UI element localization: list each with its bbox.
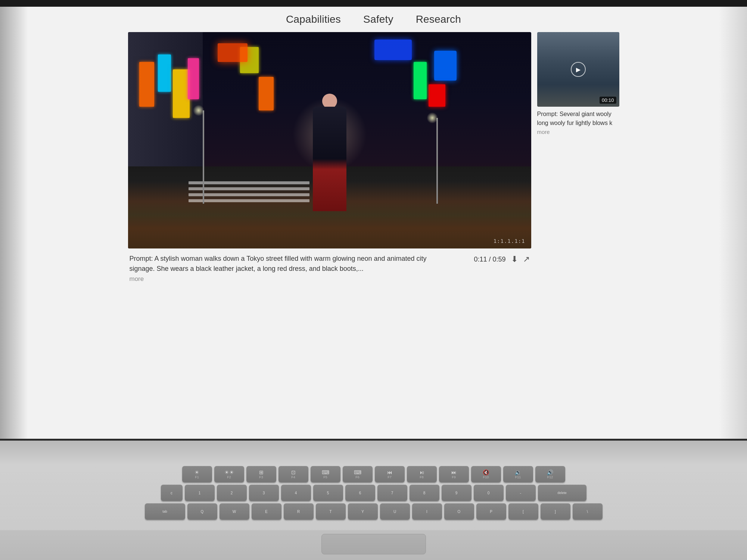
share-icon[interactable]: ↗ — [523, 254, 530, 264]
key-f7[interactable]: ⏮ F7 — [375, 466, 405, 482]
more-link[interactable]: more — [130, 275, 144, 282]
key-y[interactable]: Y — [348, 503, 378, 520]
key-w[interactable]: W — [220, 503, 249, 520]
key-num4[interactable]: 4 — [281, 485, 311, 501]
neon-sign-5 — [434, 51, 457, 81]
preview-more-link[interactable]: more — [537, 129, 550, 135]
key-f1[interactable]: ☀ F1 — [182, 466, 212, 482]
nav-capabilities[interactable]: Capabilities — [286, 13, 341, 25]
woman-figure — [313, 107, 346, 211]
preview-desc-text: Prompt: Several giant wooly long wooly f… — [537, 111, 613, 126]
left-edge-shadow — [0, 0, 28, 450]
palm-rest — [0, 530, 747, 560]
key-num0[interactable]: 0 — [474, 485, 504, 501]
key-num5[interactable]: 5 — [313, 485, 343, 501]
download-icon[interactable]: ⬇ — [511, 254, 518, 264]
time-display: 0:11 / 0:59 — [474, 256, 505, 263]
trackpad[interactable] — [321, 534, 426, 554]
key-e[interactable]: E — [252, 503, 281, 520]
neon-sign-4 — [188, 58, 199, 99]
neon-blue-sign — [374, 40, 412, 60]
key-f5[interactable]: ⌨ F5 — [311, 466, 340, 482]
right-preview: ▶ 00:10 Prompt: Several giant wooly long… — [537, 32, 619, 137]
preview-thumbnail[interactable]: ▶ 00:10 — [537, 32, 619, 107]
laptop-body: ☀ F1 ☀☀ F2 ⊞ F3 ⊡ F4 ⌨ F5 ⌨ F6 — [0, 441, 747, 560]
neon-sign-2 — [158, 54, 171, 92]
woman-body — [313, 107, 346, 211]
key-num7[interactable]: 7 — [377, 485, 407, 501]
video-description: Prompt: A stylish woman walks down a Tok… — [130, 254, 428, 284]
preview-description: Prompt: Several giant wooly long wooly f… — [537, 110, 619, 137]
description-text: Prompt: A stylish woman walks down a Tok… — [130, 255, 427, 272]
key-f9[interactable]: ⏭ F9 — [439, 466, 469, 482]
timestamp-overlay: 1:1.1.1:1 — [494, 238, 525, 244]
neon-sign-3 — [173, 69, 190, 118]
nav-safety[interactable]: Safety — [363, 13, 393, 25]
key-delete[interactable]: delete — [538, 485, 586, 501]
key-f2[interactable]: ☀☀ F2 — [214, 466, 244, 482]
preview-play-button[interactable]: ▶ — [571, 62, 586, 77]
key-c[interactable]: c — [161, 485, 183, 501]
key-bracket-r[interactable]: ] — [541, 503, 570, 520]
key-num3[interactable]: 3 — [249, 485, 279, 501]
key-num6[interactable]: 6 — [345, 485, 375, 501]
lamppost-left — [203, 110, 204, 204]
key-num9[interactable]: 9 — [442, 485, 471, 501]
key-f12[interactable]: 🔊 F12 — [535, 466, 565, 482]
keyboard-area: ☀ F1 ☀☀ F2 ⊞ F3 ⊡ F4 ⌨ F5 ⌨ F6 — [112, 456, 635, 530]
key-i[interactable]: I — [412, 503, 442, 520]
neon-sign-6 — [429, 84, 445, 107]
key-r[interactable]: R — [284, 503, 314, 520]
crosswalk — [189, 181, 309, 204]
key-backslash[interactable]: \ — [573, 503, 603, 520]
key-f6[interactable]: ⌨ F6 — [343, 466, 373, 482]
key-t[interactable]: T — [316, 503, 346, 520]
key-num8[interactable]: 8 — [410, 485, 439, 501]
key-f4[interactable]: ⊡ F4 — [278, 466, 308, 482]
key-f8[interactable]: ⏯ F8 — [407, 466, 437, 482]
key-num1[interactable]: 1 — [185, 485, 215, 501]
key-dash[interactable]: - — [506, 485, 536, 501]
video-scene: 1:1.1.1:1 — [128, 32, 531, 248]
video-info-bar: Prompt: A stylish woman walks down a Tok… — [128, 248, 531, 286]
key-o[interactable]: O — [444, 503, 474, 520]
preview-duration-badge: 00:10 — [600, 97, 616, 104]
neon-orange-sign — [218, 43, 248, 62]
nav-research[interactable]: Research — [416, 13, 461, 25]
neon-sign-9 — [259, 77, 274, 110]
right-edge-light — [719, 0, 747, 450]
key-row-1: c 1 2 3 4 5 6 7 8 9 0 - delete — [161, 485, 586, 501]
key-q[interactable]: Q — [187, 503, 217, 520]
video-player[interactable]: 1:1.1.1:1 — [128, 32, 531, 248]
key-f10[interactable]: 🔇 F10 — [471, 466, 501, 482]
key-bracket-l[interactable]: [ — [508, 503, 538, 520]
key-num2[interactable]: 2 — [217, 485, 247, 501]
content-area: 1:1.1.1:1 Prompt: A stylish woman walks … — [0, 32, 747, 441]
laptop-screen: Capabilities Safety Research — [0, 0, 747, 441]
key-f11[interactable]: 🔉 F11 — [503, 466, 533, 482]
video-controls: 0:11 / 0:59 ⬇ ↗ — [474, 254, 529, 264]
screen-top-bezel — [0, 0, 747, 7]
function-key-row: ☀ F1 ☀☀ F2 ⊞ F3 ⊡ F4 ⌨ F5 ⌨ F6 — [182, 466, 565, 482]
key-tab[interactable]: tab — [145, 503, 185, 520]
video-container: 1:1.1.1:1 Prompt: A stylish woman walks … — [128, 32, 531, 286]
key-f3[interactable]: ⊞ F3 — [246, 466, 276, 482]
lamppost-right — [436, 118, 438, 204]
key-u[interactable]: U — [380, 503, 410, 520]
neon-sign-7 — [414, 62, 427, 99]
neon-sign-1 — [139, 62, 154, 107]
key-row-2: tab Q W E R T Y U I O P [ ] \ — [145, 503, 603, 520]
navigation-bar: Capabilities Safety Research — [0, 3, 747, 32]
woman-head — [322, 94, 337, 109]
key-p[interactable]: P — [476, 503, 506, 520]
